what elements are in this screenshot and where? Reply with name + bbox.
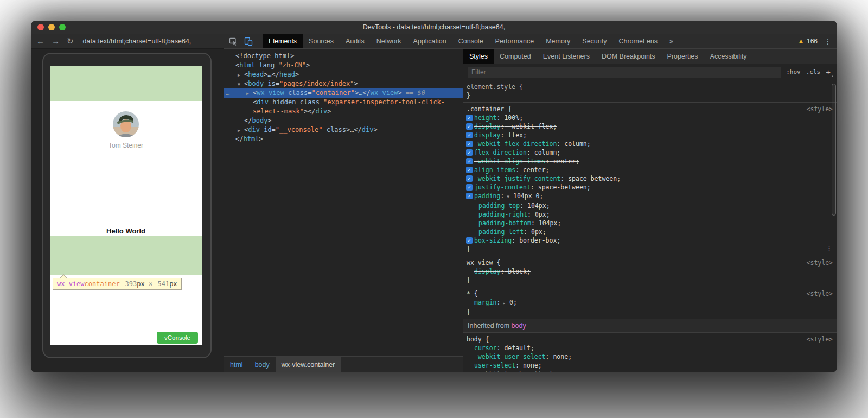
- stylesheet-link[interactable]: <style>: [807, 258, 833, 267]
- stylesheet-link[interactable]: <style>: [807, 105, 833, 113]
- stylesheet-link[interactable]: <style>: [807, 335, 833, 344]
- tree-node[interactable]: ▶<div id="__vconsole" class>…</div>: [224, 125, 463, 135]
- tab-security[interactable]: Security: [576, 34, 612, 48]
- css-property[interactable]: ✓justify-content: space-between;: [463, 183, 837, 192]
- window-title: DevTools - data:text/html;charset=utf-8;…: [363, 23, 505, 31]
- collapse-arrow-icon[interactable]: ▼: [238, 80, 240, 89]
- css-property[interactable]: ▲-webkit-touch-callout: none;: [463, 370, 837, 372]
- css-property[interactable]: ✓box-sizing: border-box;: [463, 236, 837, 245]
- breadcrumb-wx-view-container[interactable]: wx-view.container: [276, 357, 341, 372]
- tree-node[interactable]: </body>: [224, 116, 463, 125]
- stylesheet-link[interactable]: <style>: [807, 289, 833, 298]
- new-style-rule-button[interactable]: +: [826, 68, 831, 76]
- tab-audits[interactable]: Audits: [340, 34, 371, 48]
- devtools-menu-icon[interactable]: ⋮: [824, 37, 832, 46]
- rule-selector[interactable]: .container {: [467, 105, 512, 113]
- tree-node[interactable]: </html>: [224, 135, 463, 144]
- css-property[interactable]: padding-top: 104px;: [463, 201, 837, 210]
- css-property[interactable]: -webkit-user-select: none;: [463, 352, 837, 361]
- tab-more[interactable]: »: [663, 34, 679, 48]
- breadcrumb-html[interactable]: html: [224, 357, 249, 372]
- css-property[interactable]: margin: ▸ 0;: [463, 298, 837, 308]
- expand-arrow-icon[interactable]: ▶: [238, 71, 240, 80]
- styles-scrollbar[interactable]: [832, 84, 836, 216]
- sidebar-tab-accessibility[interactable]: Accessibility: [704, 49, 753, 64]
- css-property[interactable]: ✓-webkit-justify-content: space-between;: [463, 174, 837, 183]
- css-property[interactable]: padding-right: 0px;: [463, 210, 837, 219]
- styles-filter-input[interactable]: [468, 67, 781, 78]
- property-checkbox[interactable]: ✓: [466, 149, 473, 156]
- url-bar[interactable]: data:text/html;charset=utf-8;base64,: [83, 37, 192, 45]
- style-rules: element.style {}.container {<style>✓heig…: [463, 80, 837, 372]
- vconsole-button[interactable]: vConsole: [157, 332, 198, 344]
- css-property[interactable]: ✓align-items: center;: [463, 166, 837, 174]
- rule-selector[interactable]: * {: [467, 289, 478, 298]
- css-property[interactable]: ✓padding: ▼ 104px 0;: [463, 192, 837, 201]
- sidebar-tab-properties[interactable]: Properties: [661, 49, 704, 64]
- forward-icon[interactable]: →: [52, 37, 60, 45]
- sidebar-tab-event-listeners[interactable]: Event Listeners: [537, 49, 596, 64]
- device-frame: Tom Steiner Hello World wx-viewcontainer…: [42, 53, 212, 358]
- rule-selector[interactable]: element.style {: [467, 83, 523, 91]
- property-checkbox[interactable]: ✓: [466, 141, 473, 147]
- tab-elements[interactable]: Elements: [263, 34, 303, 48]
- device-toolbar-icon[interactable]: [242, 35, 255, 47]
- css-property[interactable]: ✓-webkit-flex-direction: column;: [463, 140, 837, 148]
- tab-application[interactable]: Application: [407, 34, 452, 48]
- tab-network[interactable]: Network: [371, 34, 407, 48]
- inspect-element-icon[interactable]: [227, 35, 240, 47]
- css-property[interactable]: padding-bottom: 104px;: [463, 219, 837, 227]
- breadcrumb-body[interactable]: body: [249, 357, 276, 372]
- css-property[interactable]: ✓height: 100%;: [463, 113, 837, 122]
- tooltip-width: 393: [125, 280, 137, 288]
- inherited-target-link[interactable]: body: [512, 322, 526, 330]
- pseudo-state-toggle[interactable]: :hov: [786, 68, 801, 75]
- tab-sources[interactable]: Sources: [303, 34, 340, 48]
- expand-arrow-icon[interactable]: ▶: [238, 126, 240, 135]
- property-checkbox[interactable]: ✓: [466, 237, 473, 244]
- rule-more-actions-icon[interactable]: ⋮: [826, 244, 833, 252]
- expand-arrow-icon[interactable]: ▶: [246, 89, 249, 98]
- sidebar-tab-styles[interactable]: Styles: [463, 49, 494, 64]
- property-checkbox[interactable]: ✓: [466, 158, 473, 164]
- property-checkbox[interactable]: ✓: [466, 193, 473, 199]
- devtools-window: DevTools - data:text/html;charset=utf-8;…: [31, 21, 837, 372]
- greeting-text: Hello World: [50, 227, 202, 235]
- zoom-button[interactable]: [59, 24, 66, 30]
- tree-node[interactable]: ▶<head>…</head>: [224, 70, 463, 79]
- close-button[interactable]: [37, 24, 44, 30]
- rule-selector[interactable]: wx-view {: [467, 258, 500, 267]
- css-property[interactable]: padding-left: 0px;: [463, 227, 837, 236]
- tab-memory[interactable]: Memory: [540, 34, 576, 48]
- property-checkbox[interactable]: ✓: [466, 132, 473, 138]
- property-checkbox[interactable]: ✓: [466, 123, 473, 130]
- sidebar-tab-computed[interactable]: Computed: [494, 49, 537, 64]
- property-checkbox[interactable]: ✓: [466, 184, 473, 191]
- tab-performance[interactable]: Performance: [489, 34, 540, 48]
- css-property[interactable]: ✓flex-direction: column;: [463, 148, 837, 157]
- sidebar-tab-dom-breakpoints[interactable]: DOM Breakpoints: [596, 49, 661, 64]
- warning-badge[interactable]: ▲ 166: [798, 37, 818, 45]
- minimize-button[interactable]: [48, 24, 55, 30]
- css-property[interactable]: ✓display: flex;: [463, 131, 837, 140]
- tree-node[interactable]: <div hidden class="exparser-inspector-to…: [224, 98, 463, 107]
- css-property[interactable]: ✓-webkit-align-items: center;: [463, 157, 837, 166]
- css-property[interactable]: display: block;: [463, 267, 837, 276]
- property-checkbox[interactable]: ✓: [466, 175, 473, 182]
- css-property[interactable]: cursor: default;: [463, 344, 837, 352]
- property-checkbox[interactable]: ✓: [466, 167, 473, 173]
- css-property[interactable]: ✓display: -webkit-flex;: [463, 122, 837, 131]
- css-property[interactable]: user-select: none;: [463, 361, 837, 370]
- tab-console[interactable]: Console: [452, 34, 489, 48]
- tab-chromelens[interactable]: ChromeLens: [612, 34, 663, 48]
- rule-selector[interactable]: body {: [467, 335, 489, 344]
- class-toggle[interactable]: .cls: [806, 68, 821, 75]
- tree-node[interactable]: <html lang="zh-CN">: [224, 61, 463, 70]
- reload-icon[interactable]: ↻: [67, 37, 74, 45]
- tree-node[interactable]: <!doctype html>: [224, 52, 463, 61]
- tree-node[interactable]: select--mask"></div>: [224, 107, 463, 116]
- tree-node[interactable]: ▼<body is="pages/index/index">: [224, 79, 463, 88]
- property-checkbox[interactable]: ✓: [466, 115, 473, 121]
- tree-node-selected[interactable]: …▶<wx-view class="container">…</wx-view>…: [224, 88, 463, 98]
- back-icon[interactable]: ←: [36, 37, 44, 45]
